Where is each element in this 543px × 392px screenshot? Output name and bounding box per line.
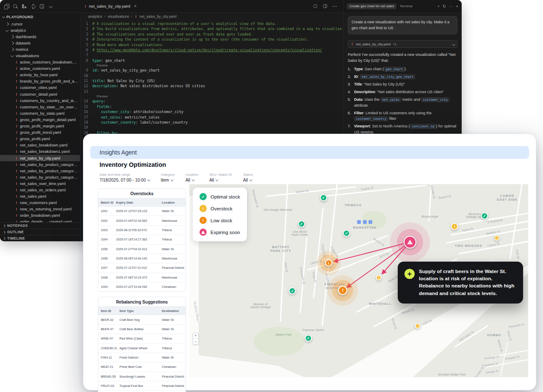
table-row: 1005 2025-07-27T04:22:41Z Water St. xyxy=(98,245,186,254)
tree-item[interactable]: net_sales_by_product_category_s... xyxy=(0,168,80,174)
tree-item[interactable]: customer_cities.yaml xyxy=(0,85,80,91)
close-icon[interactable] xyxy=(134,4,137,8)
marker-dot xyxy=(404,236,416,248)
tree-item-icon xyxy=(15,143,18,147)
activity-bar-icon[interactable] xyxy=(4,4,9,9)
tree-item[interactable]: order_breakdown.yaml xyxy=(0,213,80,219)
breadcrumb: analytics visualisations net_sales_by_ci… xyxy=(80,13,343,19)
list-item-number: 4. xyxy=(348,89,353,95)
stock-marker[interactable] xyxy=(320,194,327,201)
activity-bar-icon[interactable] xyxy=(13,4,18,9)
activity-bar-icon[interactable] xyxy=(48,4,53,9)
filter-value[interactable]: Item xyxy=(161,178,174,182)
tab-chat-session[interactable]: Create geo chart for net sales xyxy=(347,3,396,9)
list-item-text: Type: Geo chart (geo_chart) xyxy=(354,66,406,72)
legend-item: Low stock xyxy=(199,217,240,224)
tree-item[interactable]: net_sales_by_product_category_... xyxy=(0,161,80,168)
stock-marker[interactable] xyxy=(325,259,332,267)
tree-item[interactable]: net_sales_vs_orders.yaml xyxy=(0,187,80,193)
filter-dropdown[interactable]: SKU / Batch ID All xyxy=(209,173,232,182)
chevron-down-icon xyxy=(192,178,194,181)
close-icon[interactable] xyxy=(456,4,458,8)
tree-item[interactable]: customers_by_country_and_state... xyxy=(0,97,80,104)
stock-marker[interactable] xyxy=(404,236,416,248)
sidebar-section[interactable]: TIMELINE xyxy=(0,235,80,241)
tree-item[interactable]: datasets xyxy=(0,40,80,46)
filter-dropdown[interactable]: Status All xyxy=(243,173,253,182)
stock-marker[interactable] xyxy=(305,334,312,342)
table-row: 1002 2025-07-09T22:34:55Z Warehouse xyxy=(98,216,186,225)
tree-item[interactable]: metrics xyxy=(0,46,80,52)
filter-dropdown[interactable]: Category Item xyxy=(161,173,174,182)
zoom-in-button[interactable] xyxy=(193,333,198,339)
tree-item[interactable]: customers_by_state.yaml xyxy=(0,110,80,116)
stock-marker[interactable] xyxy=(451,223,458,230)
tree-item[interactable]: customer_detail.yaml xyxy=(0,91,80,97)
breadcrumb-file[interactable]: net_sales_by_city.yaml xyxy=(139,14,176,19)
sidebar-section[interactable]: NOTEPADS xyxy=(0,222,80,229)
more-actions-icon[interactable] xyxy=(332,4,337,8)
tree-item[interactable]: net_sales.yaml xyxy=(0,193,80,200)
tab-terminal[interactable]: Terminal xyxy=(399,4,412,8)
sidebar-section[interactable]: OUTLINE xyxy=(0,229,80,235)
preview-icon[interactable] xyxy=(313,4,318,8)
tree-item[interactable]: gross_profit_trend.yaml xyxy=(0,130,80,136)
tree-item[interactable]: active_customers_breakdown.yaml xyxy=(0,59,80,66)
stock-marker[interactable] xyxy=(338,286,347,295)
split-editor-icon[interactable] xyxy=(323,4,327,8)
tree-item[interactable]: .cursor xyxy=(0,21,80,27)
activity-bar-icon[interactable] xyxy=(30,4,36,9)
marker-dot xyxy=(305,334,312,342)
filter-value[interactable]: All xyxy=(243,178,253,182)
tree-item[interactable]: gross_profit_margin.yaml xyxy=(0,123,80,130)
stock-marker[interactable] xyxy=(481,212,488,219)
marker-dot xyxy=(494,235,500,241)
zoom-control xyxy=(193,333,199,345)
tree-item[interactable]: activity_by_hour.yaml xyxy=(0,72,80,78)
tree-item[interactable]: net_sales_over_time.yaml xyxy=(0,180,80,187)
tab-net-sales-by-city[interactable]: net_sales_by_city.yaml xyxy=(80,4,136,8)
stock-marker[interactable] xyxy=(289,287,296,295)
tree-item[interactable]: net_sales_by_product_category.y... xyxy=(0,174,80,180)
new-chat-icon[interactable] xyxy=(437,4,440,8)
tree-item[interactable]: active_customers.yaml xyxy=(0,66,80,72)
tree-item[interactable]: new_vs_returning_trend.yaml xyxy=(0,206,80,213)
filter-dropdown[interactable]: Location All xyxy=(186,173,198,182)
assistant-list-item: 5. Data: Uses the net_sales metric and c… xyxy=(348,97,457,108)
stock-marker[interactable] xyxy=(376,275,382,281)
filter-value[interactable]: 7/18/2025, 07:00 - 10:00 xyxy=(100,178,150,182)
filter-value[interactable]: All xyxy=(186,178,198,182)
tree-item[interactable]: net_sales_by_city.yaml xyxy=(0,155,80,161)
zoom-out-button[interactable] xyxy=(193,339,198,344)
more-icon[interactable] xyxy=(449,4,453,8)
map-canvas[interactable]: Washington StWarren StTRIBECADuane StLaf… xyxy=(189,184,528,377)
tree-item[interactable]: customers_by_state__on_overvie... xyxy=(0,104,80,110)
stock-marker[interactable] xyxy=(415,323,421,329)
stock-marker[interactable] xyxy=(343,229,350,237)
assistant-list: 1. Type: Geo chart (geo_chart) 2. ID: ne… xyxy=(348,66,457,143)
stock-marker[interactable] xyxy=(494,235,500,241)
tree-item[interactable]: net_sales_breakdown1.yaml xyxy=(0,149,80,155)
tree-item[interactable]: dashboards xyxy=(0,33,80,40)
tree-item[interactable]: new_customers.yaml xyxy=(0,200,80,206)
breadcrumb-folder[interactable]: visualisations xyxy=(108,14,129,19)
stock-marker[interactable] xyxy=(298,220,305,227)
table-title: Rebalancing Suggestions xyxy=(98,297,186,306)
tree-item[interactable]: order_details___created.yaml xyxy=(0,219,80,222)
tree-item[interactable]: gross_profit_margin_detail.yaml xyxy=(0,116,80,123)
activity-bar-icon[interactable] xyxy=(39,4,44,9)
breadcrumb-root[interactable]: analytics xyxy=(88,14,102,19)
context-file-chip[interactable]: net_sales_by_city.yaml +1 xyxy=(348,40,457,48)
tree-item[interactable]: visualisations xyxy=(0,52,80,59)
filter-value[interactable]: All xyxy=(209,178,232,182)
tree-item[interactable]: net_sales_breakdown.yaml xyxy=(0,142,80,149)
tree-item[interactable]: analytics xyxy=(0,27,80,33)
filter-dropdown[interactable]: Date and time range 7/18/2025, 07:00 - 1… xyxy=(100,173,150,182)
tree-item[interactable]: gross_profit.yaml xyxy=(0,136,80,142)
activity-bar-icon[interactable] xyxy=(22,4,27,9)
tree-item-label: gross_profit.yaml xyxy=(20,137,50,141)
marker-dot xyxy=(451,223,458,230)
sidebar-section-playground[interactable]: PLAYGROUND xyxy=(0,13,80,21)
history-icon[interactable] xyxy=(443,4,446,8)
tree-item[interactable]: brands_by_gross_profit_and_avg... xyxy=(0,78,80,85)
